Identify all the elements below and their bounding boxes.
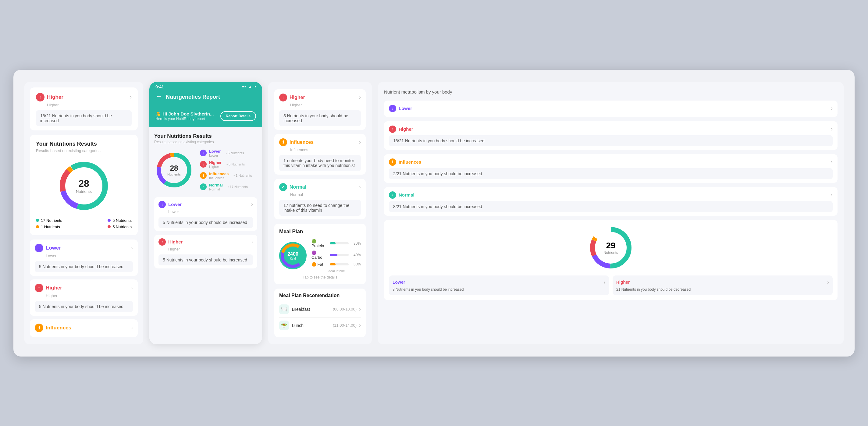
legend-higher-label: Higher: [209, 160, 222, 165]
bottom-higher-text: 21 Nutrients in you body should be decre…: [616, 287, 829, 292]
phone-icons: ▪▪▪ ▲ ▪: [242, 84, 256, 89]
phone-section-title: Your Nutritions Results: [154, 133, 257, 139]
breakfast-chevron[interactable]: ›: [359, 306, 361, 312]
right-normal-info: 8/21 Nutrients in you body should be inc…: [389, 201, 833, 212]
nutrition-title: Your Nutritions Results: [36, 141, 132, 147]
legend-higher-count: • 5 Nutrients: [226, 162, 245, 166]
cr-higher-info: 5 Nutrients in your body should be incre…: [279, 110, 361, 126]
right-higher-chevron[interactable]: ›: [831, 126, 833, 132]
left-cards-stack: ↓ Lower › Lower 5 Nutrients in your body…: [30, 240, 138, 337]
legend-item-nutrients-17: 17 Nutrients: [36, 218, 84, 223]
greeting-text: 👋 Hi John Doe Slytherin... Here is your …: [155, 111, 214, 121]
legend-17: 17 Nutrients: [41, 218, 62, 223]
phone-lower-chevron[interactable]: ›: [251, 201, 253, 208]
higher-icon: ↑: [36, 93, 44, 101]
right-lower-chevron[interactable]: ›: [831, 105, 833, 112]
right-panel: Nutrient metabolism by your body ↓ Lower…: [378, 82, 844, 344]
lunch-chevron[interactable]: ›: [359, 322, 361, 329]
meal-reco-breakfast[interactable]: 🍽️ Breakfast (06.00-10.00) ›: [279, 301, 361, 317]
right-normal-chevron[interactable]: ›: [831, 192, 833, 198]
lower-icon-phone: ↓: [200, 150, 207, 156]
teal-dot: [36, 219, 39, 222]
meal-donut-row: 2400 Kcal 🟢 Protein 30% 🟣 Carbo 40%: [279, 239, 361, 273]
phone-body: Your Nutritions Results Results based on…: [149, 127, 262, 344]
chevron-icon[interactable]: ›: [131, 325, 133, 331]
left-donut-num: 28: [76, 178, 92, 189]
breakfast-time: (06.00-10.00): [333, 307, 356, 311]
meal-bars: 🟢 Protein 30% 🟣 Carbo 40% 🟠 Fat 30%: [311, 239, 361, 273]
legend-lower-sub: Lower: [209, 154, 221, 157]
higher-icon-2: ↑: [35, 284, 43, 292]
cr-normal-chevron[interactable]: ›: [359, 184, 361, 190]
legend-normal-count: • 17 Nutrients: [228, 185, 248, 189]
meal-bar-fat: 🟠 Fat 30%: [311, 262, 361, 267]
left-card-lower: ↓ Lower › Lower 5 Nutrients in your body…: [30, 240, 138, 276]
report-details-button[interactable]: Report Details: [220, 111, 256, 121]
meal-kcal-unit: Kcal: [287, 257, 299, 260]
legend-item-nutrients-5a: 5 Nutrients: [84, 218, 132, 223]
bottom-donut-grid: Lower › 8 Nutrients in you body should b…: [389, 275, 833, 295]
center-right-panel: ↑ Higher › Higher 5 Nutrients in your bo…: [268, 82, 372, 344]
outer-container: ↑ Higher › Higher 16/21 Nutrients in you…: [13, 70, 855, 357]
legend-normal-sub: Normal: [209, 187, 223, 191]
red-dot: [107, 225, 111, 228]
legend-lower: ↓ Lower Lower • 5 Nutrients: [200, 149, 252, 157]
right-influences-info: 2/21 Nutrients in you body should be inc…: [389, 168, 833, 179]
meal-plan-title: Meal Plan: [279, 229, 361, 235]
phone-card-higher: ↑ Higher › Higher 5 Nutrients in your bo…: [154, 235, 257, 269]
phone-title: Nutrigenetics Report: [166, 94, 220, 100]
legend-item-nutrients-5b: 5 Nutrients: [84, 224, 132, 229]
legend-higher: ↑ Higher Higher • 5 Nutrients: [200, 160, 252, 169]
phone-section-sub: Results based on existing categories: [154, 140, 257, 144]
meal-bar-carbo: 🟣 Carbo 40%: [311, 250, 361, 260]
left-card-higher: ↑ Higher › Higher 5 Nutrients in your bo…: [30, 279, 138, 316]
greeting-hello: 👋 Hi John Doe Slytherin...: [155, 111, 214, 117]
bottom-higher-chevron[interactable]: ›: [827, 279, 829, 285]
lunch-left: 🥗 Lunch: [279, 321, 304, 330]
bottom-lower-card: Lower › 8 Nutrients in you body should b…: [389, 275, 609, 295]
meal-reco-lunch[interactable]: 🥗 Lunch (11.00-14.00) ›: [279, 317, 361, 333]
left-card-lower-info: 5 Nutrients in your body should be incre…: [35, 261, 133, 272]
phone-donut-row: 28 Nutrients ↓ Lower Lower • 5 Nutrients: [154, 149, 257, 191]
right-influences-chevron[interactable]: ›: [831, 159, 833, 165]
cr-influences-icon: ℹ: [279, 138, 287, 146]
cr-higher-chevron[interactable]: ›: [359, 94, 361, 100]
chevron-icon[interactable]: ›: [130, 94, 132, 100]
meal-kcal: 2400: [287, 251, 299, 257]
phone-lower-info: 5 Nutrients in your body should be incre…: [158, 217, 253, 228]
back-button[interactable]: ←: [155, 92, 162, 100]
right-lower-icon: ↓: [389, 105, 396, 112]
phone-status-bar: 9:41 ▪▪▪ ▲ ▪: [149, 82, 262, 89]
legend-lower-label: Lower: [209, 149, 221, 154]
cr-normal-card: ✓ Normal › Normal 17 nutrients no need t…: [274, 179, 366, 219]
nutrition-sub: Results based on existing categories: [36, 148, 132, 153]
legend-influences-label: Influences: [209, 172, 228, 176]
breakfast-left: 🍽️ Breakfast: [279, 304, 310, 314]
right-normal-icon: ✓: [389, 191, 396, 199]
legend-1: 1 Nutrients: [41, 224, 60, 229]
left-card-influences-status: Influences: [46, 325, 71, 331]
chevron-icon[interactable]: ›: [131, 245, 133, 251]
phone-higher-chevron[interactable]: ›: [251, 239, 253, 245]
right-card-higher: ↑ Higher › 16/21 Nutrients in you body s…: [384, 121, 838, 150]
phone-donut-label: Nutrients: [167, 173, 181, 176]
right-card-normal: ✓ Normal › 8/21 Nutrients in you body sh…: [384, 187, 838, 216]
tap-details[interactable]: Tap to see the details: [279, 275, 361, 279]
cr-normal-icon: ✓: [279, 183, 287, 191]
legend-higher-sub: Higher: [209, 165, 222, 169]
legend-influences: ℹ Influences Influences • 1 Nutrients: [200, 172, 252, 180]
influences-icon: ℹ: [35, 324, 43, 332]
legend-item-nutrients-1: 1 Nutrients: [36, 224, 84, 229]
lower-icon: ↓: [35, 244, 43, 252]
legend-5a: 5 Nutrients: [113, 218, 132, 223]
right-influences-icon: ℹ: [389, 158, 396, 166]
lunch-time: (11.00-14.00): [333, 323, 356, 328]
chevron-icon[interactable]: ›: [131, 284, 133, 291]
left-donut-label: Nutrients: [76, 189, 92, 194]
cr-influences-info: 1 nutrients your body need to monitor th…: [279, 155, 361, 171]
bottom-lower-chevron[interactable]: ›: [603, 279, 605, 285]
phone-higher-info: 5 Nutrients in your body should be incre…: [158, 254, 253, 266]
cr-higher-card: ↑ Higher › Higher 5 Nutrients in your bo…: [274, 89, 366, 130]
left-card-influences: ℹ Influences ›: [30, 320, 138, 337]
cr-influences-chevron[interactable]: ›: [359, 139, 361, 145]
